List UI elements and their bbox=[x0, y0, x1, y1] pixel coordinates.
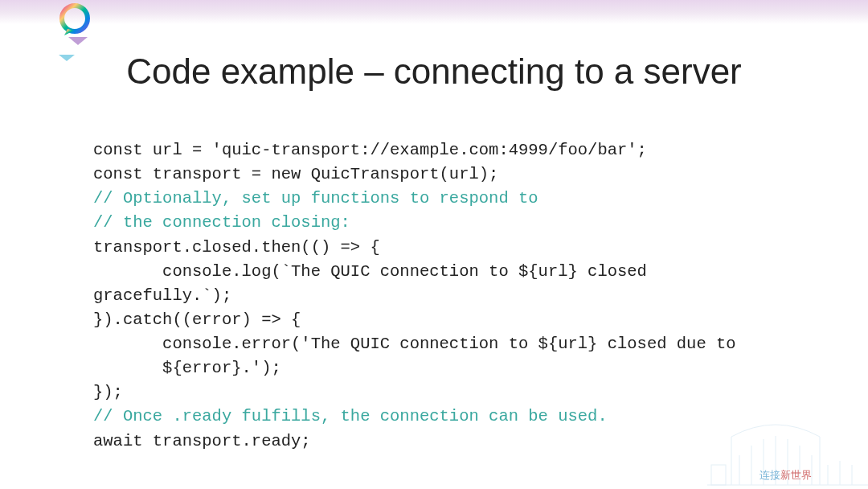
code-comment: // Optionally, set up functions to respo… bbox=[93, 189, 538, 208]
conference-logo bbox=[58, 3, 92, 37]
code-line: console.log(`The QUIC connection to ${ur… bbox=[93, 262, 647, 281]
code-comment: // Once .ready fulfills, the connection … bbox=[93, 407, 608, 425]
footer-label-red: 新世界 bbox=[780, 469, 812, 481]
code-line: gracefully.`); bbox=[93, 286, 231, 305]
code-line: }); bbox=[93, 383, 123, 401]
code-line: ${error}.'); bbox=[93, 359, 281, 377]
speech-bubble-icon bbox=[58, 3, 92, 37]
top-gradient-border bbox=[0, 0, 868, 24]
svg-rect-1 bbox=[711, 465, 726, 485]
decorative-triangle-purple bbox=[68, 37, 88, 45]
code-line: transport.closed.then(() => { bbox=[93, 238, 380, 257]
slide-title: Code example – connecting to a server bbox=[0, 51, 868, 92]
code-line: await transport.ready; bbox=[93, 432, 311, 450]
footer-label: 连接新世界 bbox=[760, 468, 812, 483]
code-line: const url = 'quic-transport://example.co… bbox=[93, 141, 647, 159]
svg-point-0 bbox=[62, 6, 88, 31]
code-line: const transport = new QuicTransport(url)… bbox=[93, 165, 498, 183]
code-comment: // the connection closing: bbox=[93, 213, 350, 232]
code-line: }).catch((error) => { bbox=[93, 310, 301, 329]
code-line: console.error('The QUIC connection to ${… bbox=[93, 335, 736, 353]
code-example-block: const url = 'quic-transport://example.co… bbox=[93, 138, 820, 454]
footer-label-blue: 连接 bbox=[760, 469, 780, 481]
